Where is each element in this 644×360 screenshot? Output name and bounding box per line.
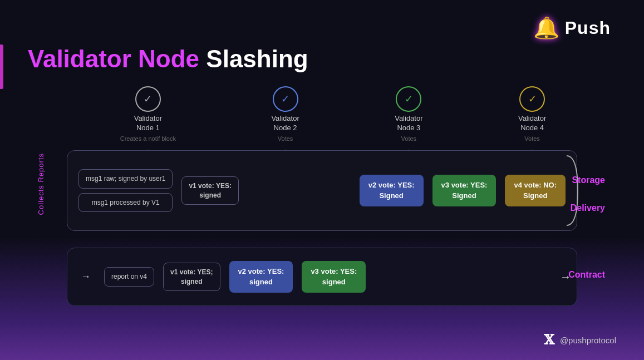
node2-circle: ✓: [273, 86, 298, 112]
node1-circle: ✓: [135, 86, 161, 112]
bell-icon: 🔔: [533, 16, 559, 40]
diagram-area: Collects Reports ✓ ValidatorNode 1 Creat…: [28, 86, 616, 327]
node4-sublabel: Votes: [524, 135, 540, 142]
node3-sublabel: Votes: [401, 135, 417, 142]
v1-vote-contract: v1 vote: YES;signed: [163, 263, 220, 292]
social-footer: 𝕏 @pushprotocol: [544, 332, 616, 348]
node3-circle: ✓: [396, 86, 421, 112]
delivery-label: Delivery: [571, 203, 605, 213]
msg-stack: msg1 raw; signed by user1 msg1 processed…: [78, 169, 173, 213]
node1-sublabel: Creates a notif block: [120, 135, 176, 142]
validators-row: ✓ ValidatorNode 1 Creates a notif block …: [72, 86, 594, 158]
contract-box: → report on v4 v1 vote: YES;signed v2 vo…: [67, 248, 577, 306]
v2-vote-box-storage: v2 vote: YES:Signed: [360, 175, 424, 206]
x-icon: 𝕏: [544, 332, 554, 348]
page-title: Validator Node Slashing: [28, 45, 308, 74]
title-pink: Validator Node: [28, 45, 199, 72]
v3-vote-box-storage: v3 vote: YES:Signed: [432, 175, 496, 206]
collects-reports-label: Collects Reports: [37, 153, 45, 215]
node3-label: ValidatorNode 3: [395, 114, 422, 133]
validator-node-3: ✓ ValidatorNode 3 Votes ↓: [395, 86, 422, 158]
node2-label: ValidatorNode 2: [271, 114, 299, 133]
msg1-processed-box: msg1 processed by V1: [78, 193, 173, 213]
node2-sublabel: Votes: [278, 135, 293, 142]
brace-right: [564, 150, 581, 231]
storage-box: msg1 raw; signed by user1 msg1 processed…: [67, 150, 577, 231]
validator-node-1: ✓ ValidatorNode 1 Creates a notif block …: [120, 86, 176, 158]
logo-area: 🔔 Push: [533, 16, 611, 40]
v2-vote-contract: v2 vote: YES:signed: [229, 261, 293, 292]
msg1-raw-box: msg1 raw; signed by user1: [78, 169, 173, 189]
validator-node-2: ✓ ValidatorNode 2 Votes ↓: [271, 86, 299, 158]
social-handle: @pushprotocol: [560, 336, 616, 345]
contract-arrow-in: →: [81, 271, 91, 283]
logo-text: Push: [565, 18, 611, 38]
v4-vote-box-storage: v4 vote: NO:Signed: [505, 175, 566, 206]
storage-label: Storage: [572, 175, 605, 185]
report-on-box: report on v4: [104, 267, 154, 287]
v1-vote-box: v1 vote: YES:signed: [181, 176, 238, 205]
node4-circle: ✓: [519, 86, 545, 112]
left-accent-bar: [0, 45, 3, 89]
node1-label: ValidatorNode 1: [134, 114, 162, 133]
title-slashing: Slashing: [206, 45, 308, 72]
node4-label: ValidatorNode 4: [518, 114, 546, 133]
validator-node-4: ✓ ValidatorNode 4 Votes ↓: [518, 86, 546, 158]
v3-vote-contract: v3 vote: YES:signed: [302, 261, 366, 292]
contract-label: Contract: [568, 270, 605, 280]
